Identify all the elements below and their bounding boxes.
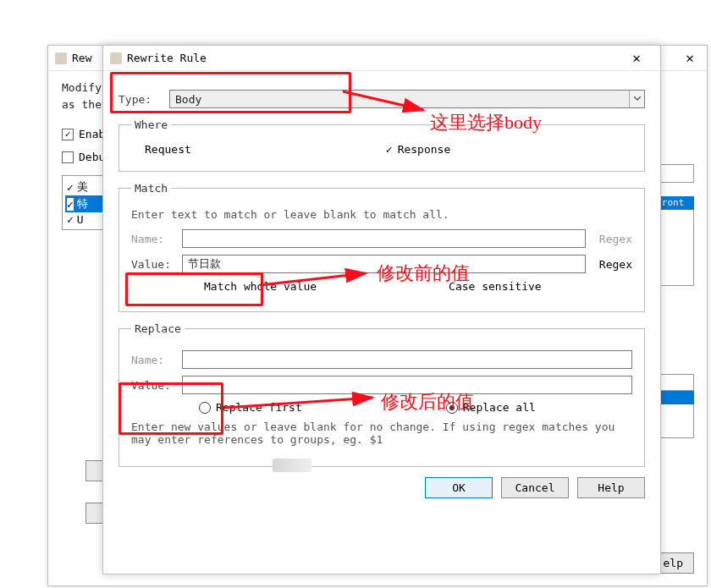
debug-checkbox[interactable]: Debu [62, 151, 105, 163]
rules-list[interactable]: ✓美 ✓特 ✓U [62, 175, 106, 230]
match-group: Match Enter text to match or leave blank… [118, 182, 645, 312]
match-name-regex: Regex [594, 233, 632, 245]
match-name-input [182, 229, 586, 248]
list-item[interactable]: ✓特 [65, 195, 102, 212]
case-sensitive-checkbox[interactable]: Case sensitive [444, 280, 542, 293]
type-label: Type: [118, 93, 169, 106]
dialog-button-row: OK Cancel Help [118, 477, 645, 498]
replace-legend: Replace [131, 322, 185, 335]
match-value-label: Value: [131, 258, 182, 271]
titlebar-logo-icon [55, 52, 67, 64]
cancel-button[interactable]: Cancel [501, 477, 569, 498]
list-item[interactable]: ✓美 [65, 179, 102, 195]
replace-first-radio[interactable]: Replace first [199, 401, 302, 414]
replace-all-radio[interactable]: Replace all [446, 401, 536, 414]
match-legend: Match [131, 182, 171, 195]
replace-name-label: Name: [131, 354, 182, 366]
ok-button[interactable]: OK [425, 477, 493, 498]
rewrite-rule-dialog: Rewrite Rule ✕ Type: Body Where Request … [102, 45, 661, 574]
match-value-regex[interactable]: Regex [594, 258, 632, 271]
replace-note: Enter new values or leave blank for no c… [131, 420, 632, 446]
enable-label: Enab [79, 128, 105, 140]
replace-group: Replace Name: Value: Replace first Repla… [118, 322, 645, 467]
request-checkbox[interactable]: Request [140, 143, 191, 156]
enable-checkbox[interactable]: ✓Enab [62, 128, 105, 140]
match-value-input[interactable] [182, 255, 586, 273]
help-button[interactable]: Help [577, 477, 645, 498]
type-combobox[interactable]: Body [169, 90, 645, 108]
where-legend: Where [131, 118, 171, 131]
type-value: Body [170, 93, 629, 106]
replace-value-input[interactable] [182, 376, 632, 394]
close-icon[interactable]: ✕ [620, 47, 653, 70]
debug-label: Debu [79, 151, 105, 163]
chevron-down-icon[interactable] [629, 91, 644, 107]
where-group: Where Request ✓Response [118, 118, 645, 172]
replace-name-input [182, 350, 632, 369]
list-item[interactable]: ✓U [65, 212, 102, 227]
replace-value-label: Value: [131, 379, 182, 392]
match-name-label: Name: [131, 233, 182, 245]
match-note: Enter text to match or leave blank to ma… [131, 208, 632, 221]
dialog-titlebar: Rewrite Rule ✕ [103, 46, 660, 71]
dialog-title: Rewrite Rule [127, 52, 620, 64]
close-icon[interactable]: ✕ [673, 46, 707, 69]
titlebar-logo-icon [110, 52, 122, 64]
response-checkbox[interactable]: ✓Response [386, 143, 450, 156]
redacted-value [273, 459, 311, 472]
match-whole-checkbox[interactable]: Match whole value [199, 280, 317, 293]
